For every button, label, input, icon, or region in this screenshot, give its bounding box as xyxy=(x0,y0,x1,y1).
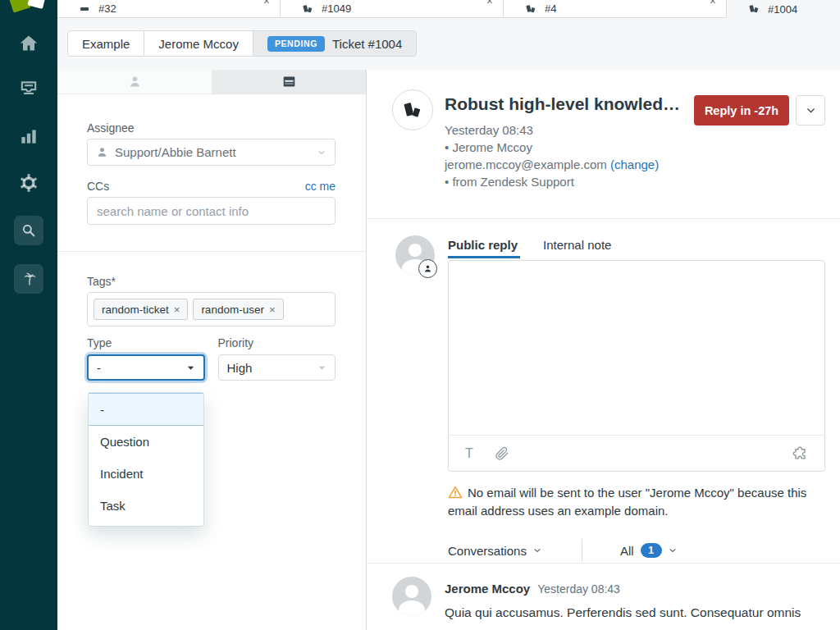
type-select[interactable]: - xyxy=(87,354,205,381)
person-icon xyxy=(96,146,108,158)
type-dropdown-menu: - Question Incident Task xyxy=(88,392,204,527)
type-option-selected[interactable]: - xyxy=(89,393,203,426)
tags-label: Tags* xyxy=(87,275,336,288)
sidebar-item-admin[interactable] xyxy=(14,168,43,198)
gear-icon xyxy=(18,172,39,194)
assignee-select[interactable]: Support/Abbie Barnett xyxy=(87,139,336,166)
type-option[interactable]: Incident xyxy=(89,458,203,490)
tab-internal-note[interactable]: Internal note xyxy=(543,238,611,252)
tab-user-details[interactable] xyxy=(57,70,212,94)
priority-value: High xyxy=(227,361,253,375)
zendesk-support-app: #32 × #1049 × #4 × #1004 xyxy=(0,0,840,630)
requester-email: jerome.mccoy@example.com xyxy=(445,158,607,171)
breadcrumb-account[interactable]: Example xyxy=(67,30,144,57)
search-icon xyxy=(21,222,37,239)
app-sidebar xyxy=(0,0,57,630)
sidebar-item-views[interactable] xyxy=(14,74,43,103)
bar-chart-icon xyxy=(18,126,39,147)
priority-label: Priority xyxy=(218,336,336,349)
breadcrumb: Example Jerome Mccoy PENDING Ticket #100… xyxy=(67,30,417,57)
ticket-tab[interactable]: #4 × xyxy=(504,0,727,18)
chevron-down-icon xyxy=(532,546,542,555)
section-divider xyxy=(368,218,840,219)
ticket-tab-label: #1049 xyxy=(322,2,351,15)
ticket-channel: • from Zendesk Support xyxy=(445,173,659,190)
remove-tag-icon[interactable]: × xyxy=(269,304,276,316)
conversation-count-badge: 1 xyxy=(641,543,662,558)
tab-public-reply[interactable]: Public reply xyxy=(448,238,518,252)
sidebar-item-home[interactable] xyxy=(14,29,43,58)
ticket-meta: Yesterday 08:43 • Jerome Mccoy jerome.mc… xyxy=(445,121,659,190)
all-filter-dropdown[interactable]: All xyxy=(620,544,634,558)
chevron-down-icon xyxy=(668,546,678,555)
active-tab-underline xyxy=(448,256,520,258)
breadcrumb-band: Example Jerome Mccoy PENDING Ticket #100… xyxy=(57,18,840,70)
ticket-tab[interactable]: #32 × xyxy=(57,0,281,18)
status-badge: PENDING xyxy=(267,36,325,52)
ticket-channel-avatar xyxy=(392,89,433,130)
breadcrumb-requester[interactable]: Jerome Mccoy xyxy=(144,30,253,57)
ticket-icon xyxy=(302,3,313,15)
type-value: - xyxy=(97,361,101,375)
composer-apps-button[interactable] xyxy=(792,445,808,461)
person-icon xyxy=(128,75,142,89)
ticket-timestamp: Yesterday 08:43 xyxy=(445,121,659,139)
ccs-search-input[interactable] xyxy=(87,197,336,225)
puzzle-icon xyxy=(792,445,808,461)
reply-editor[interactable] xyxy=(449,261,824,435)
ticket-title: Robust high-level knowled… xyxy=(445,94,691,114)
tags-field[interactable]: random-ticket × random-user × xyxy=(87,292,336,326)
sidebar-item-search[interactable] xyxy=(14,216,43,245)
ticket-icon xyxy=(401,98,424,121)
type-label: Type xyxy=(87,336,205,349)
breadcrumb-ticket[interactable]: PENDING Ticket #1004 xyxy=(253,30,417,57)
chevron-down-icon xyxy=(186,363,195,372)
reply-options-button[interactable] xyxy=(796,95,825,126)
type-option[interactable]: Task xyxy=(89,490,203,522)
views-icon xyxy=(18,78,39,99)
ticket-requester: • Jerome Mccoy xyxy=(445,139,659,156)
paperclip-icon xyxy=(495,446,509,461)
ccs-label: CCs xyxy=(87,180,109,193)
chevron-down-icon xyxy=(317,363,326,372)
assignee-value: Support/Abbie Barnett xyxy=(115,145,236,159)
commenter-avatar xyxy=(392,577,431,616)
reply-composer: T xyxy=(448,260,825,472)
sidebar-item-apps[interactable] xyxy=(14,264,43,294)
tab-ticket-fields[interactable] xyxy=(212,70,366,94)
ticket-tab[interactable]: #1049 × xyxy=(281,0,504,18)
ticket-icon xyxy=(748,3,760,15)
comment-body: Quia qui accusamus. Perferendis sed sunt… xyxy=(445,603,840,622)
ticket-fields-icon xyxy=(282,75,296,88)
panel-body: Assignee Support/Abbie Barnett CCs cc me… xyxy=(57,94,366,630)
sidebar-item-reporting[interactable] xyxy=(14,121,43,151)
close-icon[interactable]: × xyxy=(710,0,716,7)
tag-chip[interactable]: random-ticket × xyxy=(94,299,188,320)
priority-select[interactable]: High xyxy=(218,354,336,381)
email-warning: No email will be sent to the user "Jerom… xyxy=(448,484,824,520)
cc-me-link[interactable]: cc me xyxy=(305,180,336,193)
text-format-button[interactable]: T xyxy=(465,446,473,461)
close-icon[interactable]: × xyxy=(263,0,270,7)
reply-sla-button[interactable]: Reply in -27h xyxy=(694,95,789,126)
close-icon[interactable]: × xyxy=(486,0,493,7)
remove-tag-icon[interactable]: × xyxy=(174,304,180,316)
comment-author[interactable]: Jerome Mccoy xyxy=(445,582,530,596)
person-icon xyxy=(423,264,432,273)
section-divider xyxy=(368,563,840,564)
ticket-properties-panel: Assignee Support/Abbie Barnett CCs cc me… xyxy=(57,70,367,630)
conversations-dropdown[interactable]: Conversations xyxy=(448,544,527,558)
chevron-down-icon xyxy=(317,148,326,158)
tag-chip[interactable]: random-user × xyxy=(193,299,283,320)
panel-tab-strip xyxy=(57,70,366,94)
attach-file-button[interactable] xyxy=(495,446,509,461)
change-email-link[interactable]: (change) xyxy=(610,158,659,171)
ticket-tab-active[interactable]: #1004 xyxy=(727,0,840,18)
home-icon xyxy=(18,33,39,54)
suspended-ticket-icon xyxy=(79,3,90,15)
type-option[interactable]: Question xyxy=(89,426,203,458)
panel-divider xyxy=(57,251,366,252)
ticket-main: Robust high-level knowled… Reply in -27h… xyxy=(368,70,840,630)
palm-tree-icon xyxy=(21,271,37,287)
composer-toolbar: T xyxy=(449,435,824,471)
